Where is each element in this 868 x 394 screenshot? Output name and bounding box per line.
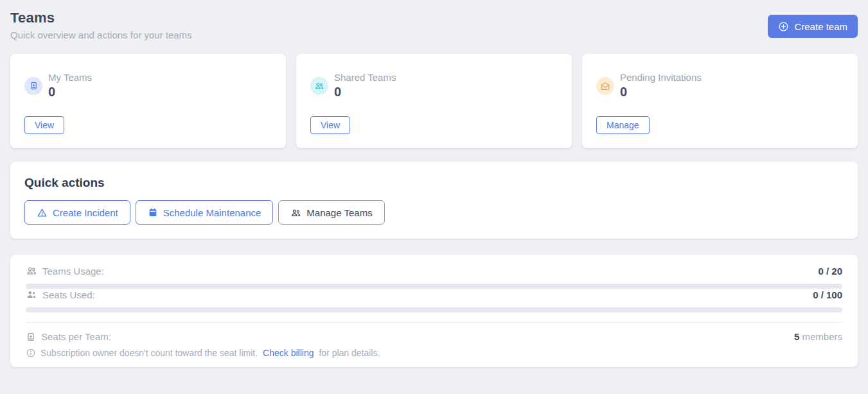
warning-triangle-icon [37,207,48,218]
my-teams-card: My Teams 0 View [10,54,286,148]
manage-invitations-button[interactable]: Manage [596,116,650,134]
stats-cards-row: My Teams 0 View Shared Teams 0 View [10,54,858,148]
card-text: Shared Teams 0 [334,72,396,99]
view-shared-teams-button[interactable]: View [310,116,350,134]
envelope-open-icon [596,77,614,95]
users-outline-icon [26,265,37,277]
badge-icon [26,332,36,342]
teams-usage-value: 0 / 20 [818,266,842,277]
quick-actions-row: Create Incident Schedule Maintenance Man… [24,200,844,225]
card-value: 0 [620,85,702,99]
card-label: Shared Teams [334,72,396,83]
card-text: My Teams 0 [48,72,92,99]
card-text: Pending Invitations 0 [620,72,702,99]
schedule-maintenance-label: Schedule Maintenance [163,207,261,218]
page-subtitle: Quick overview and actions for your team… [10,30,192,40]
users-filled-icon [26,289,37,300]
teams-usage-progress-bar [26,284,842,289]
seats-used-value: 0 / 100 [813,289,842,300]
create-incident-button[interactable]: Create Incident [24,200,130,225]
shared-teams-card: Shared Teams 0 View [296,54,572,148]
schedule-maintenance-button[interactable]: Schedule Maintenance [136,200,274,225]
seats-per-team-number: 5 [794,331,799,342]
usage-divider [26,322,842,323]
page-title: Teams [10,10,192,26]
plus-circle-icon [778,21,789,32]
card-value: 0 [48,85,92,99]
seats-per-team-label-group: Seats per Team: [26,331,111,342]
seats-used-label-group: Seats Used: [26,289,95,300]
create-incident-label: Create Incident [53,207,118,218]
note-text-before: Subscription owner doesn't count toward … [40,348,258,358]
page-header: Teams Quick overview and actions for you… [10,10,858,40]
create-team-button[interactable]: Create team [768,15,858,38]
card-label: My Teams [48,72,92,83]
seats-used-row: Seats Used: 0 / 100 [26,289,842,300]
badge-icon [24,77,42,95]
pending-invitations-card: Pending Invitations 0 Manage [582,54,858,148]
seats-used-progress-bar [26,307,842,313]
card-header: Pending Invitations 0 [596,72,844,99]
manage-teams-button[interactable]: Manage Teams [278,200,384,225]
page-heading-group: Teams Quick overview and actions for you… [10,10,192,40]
teams-usage-label-group: Teams Usage: [26,265,104,277]
seats-used-label: Seats Used: [42,289,95,300]
calendar-icon [148,207,158,218]
quick-actions-title: Quick actions [24,176,844,190]
note-text-after: for plan details. [319,348,380,358]
teams-usage-label: Teams Usage: [42,266,104,277]
view-my-teams-button[interactable]: View [24,116,64,134]
quick-actions-panel: Quick actions Create Incident Schedule M… [10,162,858,239]
teams-usage-row: Teams Usage: 0 / 20 [26,265,842,277]
create-team-label: Create team [794,21,847,32]
info-icon [26,348,36,358]
check-billing-link[interactable]: Check billing [263,348,314,358]
seats-per-team-label: Seats per Team: [41,331,111,342]
seats-per-team-row: Seats per Team: 5 members [26,331,842,342]
card-label: Pending Invitations [620,72,702,83]
manage-teams-label: Manage Teams [306,207,372,218]
card-value: 0 [334,85,396,99]
card-header: My Teams 0 [24,72,272,99]
teams-page: Teams Quick overview and actions for you… [10,10,858,367]
usage-panel: Teams Usage: 0 / 20 Seats Used: 0 / 100 [10,255,858,367]
seats-per-team-unit: members [802,331,842,342]
seats-per-team-value: 5 members [794,331,842,342]
users-icon [310,77,328,95]
seat-limit-note: Subscription owner doesn't count toward … [26,348,842,358]
users-icon [290,207,301,218]
card-header: Shared Teams 0 [310,72,558,99]
